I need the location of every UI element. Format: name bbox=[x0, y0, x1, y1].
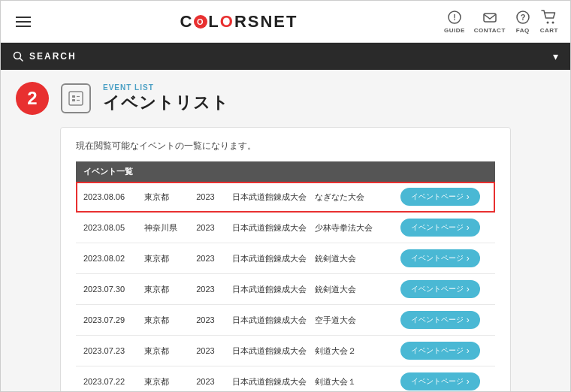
search-icon bbox=[13, 51, 23, 62]
cart-nav-item[interactable]: CART bbox=[540, 9, 558, 34]
event-date: 2023.08.06 bbox=[76, 182, 137, 213]
event-page-button[interactable]: イベントページ bbox=[400, 372, 480, 390]
event-name: 日本武道館錬成大会 銃剣道大会 bbox=[225, 274, 393, 305]
event-list-label: EVENT LIST bbox=[103, 83, 229, 92]
table-row: 2023.08.06東京都2023日本武道館錬成大会 なぎなた大会イベントページ bbox=[76, 182, 495, 213]
guide-icon: ! bbox=[446, 9, 463, 26]
svg-line-8 bbox=[20, 59, 23, 62]
table-row: 2023.07.30東京都2023日本武道館錬成大会 銃剣道大会イベントページ bbox=[76, 274, 495, 305]
event-name: 日本武道館錬成大会 剣道大会１ bbox=[225, 366, 393, 392]
guide-nav-item[interactable]: ! GUIDE bbox=[444, 9, 465, 34]
event-page-button[interactable]: イベントページ bbox=[400, 219, 480, 237]
event-name: 日本武道館錬成大会 剣道大会２ bbox=[225, 336, 393, 366]
event-prefecture: 東京都 bbox=[137, 305, 189, 336]
event-date: 2023.07.23 bbox=[76, 336, 137, 366]
contact-icon bbox=[482, 9, 498, 26]
event-date: 2023.07.29 bbox=[76, 305, 137, 336]
svg-text:?: ? bbox=[520, 13, 525, 22]
event-year: 2023 bbox=[189, 213, 225, 243]
event-prefecture: 東京都 bbox=[137, 274, 189, 305]
svg-rect-11 bbox=[72, 99, 75, 101]
event-page-button[interactable]: イベントページ bbox=[400, 188, 480, 206]
page-header-text: EVENT LIST イベントリスト bbox=[103, 83, 229, 114]
faq-icon: ? bbox=[515, 9, 531, 26]
event-prefecture: 東京都 bbox=[137, 366, 189, 392]
faq-label: FAQ bbox=[516, 27, 530, 34]
table-row: 2023.08.05神奈川県2023日本武道館錬成大会 少林寺拳法大会イベントペ… bbox=[76, 213, 495, 243]
contact-nav-item[interactable]: CONTACT bbox=[474, 9, 506, 34]
event-prefecture: 東京都 bbox=[137, 243, 189, 274]
hamburger-menu-icon[interactable] bbox=[13, 14, 34, 30]
header-left bbox=[13, 14, 34, 30]
svg-rect-10 bbox=[72, 95, 75, 98]
event-page-button[interactable]: イベントページ bbox=[400, 249, 480, 267]
cart-icon bbox=[541, 9, 557, 26]
logo: C O LORSNET bbox=[180, 12, 298, 32]
browser-window: C O LORSNET ! GUIDE bbox=[0, 0, 571, 392]
main-content: 2 EVENT LIST イベントリスト 現在閲覧可能なイベントの一覧になります… bbox=[1, 70, 570, 391]
event-date: 2023.08.02 bbox=[76, 243, 137, 274]
event-year: 2023 bbox=[189, 182, 225, 213]
event-btn-cell: イベントページ bbox=[393, 366, 495, 392]
event-page-button[interactable]: イベントページ bbox=[400, 280, 480, 298]
table-row: 2023.07.23東京都2023日本武道館錬成大会 剣道大会２イベントページ bbox=[76, 336, 495, 366]
event-year: 2023 bbox=[189, 274, 225, 305]
event-page-button[interactable]: イベントページ bbox=[400, 342, 480, 360]
search-bar[interactable]: SEARCH ▾ bbox=[1, 43, 570, 70]
svg-point-6 bbox=[551, 22, 554, 24]
search-chevron-icon[interactable]: ▾ bbox=[553, 50, 558, 62]
event-list-icon bbox=[61, 83, 91, 113]
search-label: SEARCH bbox=[29, 51, 77, 62]
table-row: 2023.08.02東京都2023日本武道館錬成大会 銃剣道大会イベントページ bbox=[76, 243, 495, 274]
event-name: 日本武道館錬成大会 少林寺拳法大会 bbox=[225, 213, 393, 243]
table-row: 2023.07.29東京都2023日本武道館錬成大会 空手道大会イベントページ bbox=[76, 305, 495, 336]
event-list-container: 現在閲覧可能なイベントの一覧になります。 イベント一覧 2023.08.06東京… bbox=[60, 127, 511, 391]
svg-point-5 bbox=[546, 22, 548, 24]
event-name: 日本武道館錬成大会 銃剣道大会 bbox=[225, 243, 393, 274]
page-header: 2 EVENT LIST イベントリスト bbox=[16, 82, 555, 115]
contact-label: CONTACT bbox=[474, 27, 506, 34]
event-year: 2023 bbox=[189, 366, 225, 392]
header: C O LORSNET ! GUIDE bbox=[1, 1, 570, 43]
event-date: 2023.07.22 bbox=[76, 366, 137, 392]
event-prefecture: 神奈川県 bbox=[137, 213, 189, 243]
step-badge: 2 bbox=[16, 82, 49, 115]
guide-label: GUIDE bbox=[444, 27, 465, 34]
event-year: 2023 bbox=[189, 305, 225, 336]
event-page-button[interactable]: イベントページ bbox=[400, 311, 480, 329]
event-btn-cell: イベントページ bbox=[393, 243, 495, 274]
cart-label: CART bbox=[540, 27, 558, 34]
event-btn-cell: イベントページ bbox=[393, 213, 495, 243]
event-year: 2023 bbox=[189, 243, 225, 274]
event-name: 日本武道館錬成大会 空手道大会 bbox=[225, 305, 393, 336]
event-btn-cell: イベントページ bbox=[393, 305, 495, 336]
svg-rect-2 bbox=[484, 14, 496, 22]
event-btn-cell: イベントページ bbox=[393, 336, 495, 366]
faq-nav-item[interactable]: ? FAQ bbox=[515, 9, 531, 34]
event-prefecture: 東京都 bbox=[137, 336, 189, 366]
event-btn-cell: イベントページ bbox=[393, 274, 495, 305]
svg-text:!: ! bbox=[453, 14, 455, 22]
table-row: 2023.07.22東京都2023日本武道館錬成大会 剣道大会１イベントページ bbox=[76, 366, 495, 392]
event-table: イベント一覧 2023.08.06東京都2023日本武道館錬成大会 なぎなた大会… bbox=[76, 161, 495, 391]
header-right: ! GUIDE CONTACT bbox=[444, 9, 558, 34]
event-date: 2023.08.05 bbox=[76, 213, 137, 243]
event-date: 2023.07.30 bbox=[76, 274, 137, 305]
table-header: イベント一覧 bbox=[76, 161, 393, 182]
event-prefecture: 東京都 bbox=[137, 182, 189, 213]
event-year: 2023 bbox=[189, 336, 225, 366]
search-bar-inner: SEARCH bbox=[13, 51, 77, 62]
page-title: イベントリスト bbox=[103, 92, 229, 114]
event-name: 日本武道館錬成大会 なぎなた大会 bbox=[225, 182, 393, 213]
event-list-intro: 現在閲覧可能なイベントの一覧になります。 bbox=[76, 140, 495, 152]
event-btn-cell: イベントページ bbox=[393, 182, 495, 213]
svg-rect-9 bbox=[69, 92, 83, 105]
